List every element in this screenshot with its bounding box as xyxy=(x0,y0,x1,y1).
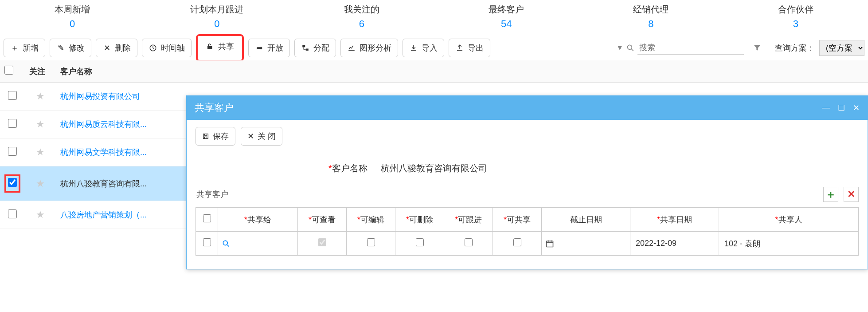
share-table: *共享给 *可查看 *可编辑 *可删除 *可跟进 *可共享 截止日期 *共享日期… xyxy=(195,207,859,229)
plus-icon: ＋ xyxy=(10,43,19,52)
col-follow: 可跟进 xyxy=(458,215,482,224)
stats-row: 本周新增 0 计划本月跟进 0 我关注的 6 最终客户 54 经销代理 8 合作… xyxy=(0,0,868,36)
field-value: 杭州八骏教育咨询有限公司 xyxy=(381,162,487,174)
close-icon[interactable]: ✕ xyxy=(853,103,860,113)
col-view: 可查看 xyxy=(312,215,336,224)
unlock-icon xyxy=(206,42,215,51)
filter-area: 查询方案： (空方案 xyxy=(753,40,864,56)
x-icon: ✕ xyxy=(102,43,111,52)
star-icon[interactable]: ★ xyxy=(36,146,45,158)
col-attention: 关注 xyxy=(25,60,56,83)
import-button[interactable]: 导入 xyxy=(403,39,444,57)
save-icon xyxy=(202,133,209,140)
btn-label: 修改 xyxy=(69,43,85,53)
col-share-date: 共享日期 xyxy=(660,215,692,224)
share-section-header: 共享客户 ＋ ✕ xyxy=(196,187,859,202)
timeline-button[interactable]: 时间轴 xyxy=(142,39,192,57)
stat-value: 54 xyxy=(438,18,575,30)
col-delete: 可删除 xyxy=(409,215,433,224)
col-name: 客户名称 xyxy=(56,60,868,83)
filter-label: 查询方案： xyxy=(775,43,815,53)
modal-titlebar: 共享客户 — ☐ ✕ xyxy=(187,96,868,120)
btn-label: 新增 xyxy=(23,43,39,53)
stat-label: 计划本月跟进 xyxy=(148,4,285,16)
stat-value: 0 xyxy=(148,18,285,30)
maximize-icon[interactable]: ☐ xyxy=(838,103,845,113)
share-select-all[interactable] xyxy=(203,214,211,222)
col-share-to: 共享给 xyxy=(247,215,271,224)
required-mark: * xyxy=(328,163,332,174)
export-button[interactable]: 导出 xyxy=(449,39,490,57)
x-icon: ✕ xyxy=(247,131,254,141)
minimize-icon[interactable]: — xyxy=(822,103,830,113)
search-input[interactable] xyxy=(637,41,744,55)
row-checkbox[interactable] xyxy=(8,91,17,100)
svg-rect-2 xyxy=(306,49,309,51)
open-button[interactable]: ➦ 开放 xyxy=(248,39,290,57)
btn-label: 开放 xyxy=(267,43,283,53)
btn-label: 导入 xyxy=(422,43,438,53)
search-area: ▼ xyxy=(616,41,744,55)
svg-point-3 xyxy=(627,45,632,49)
section-title: 共享客户 xyxy=(196,189,228,200)
chart-button[interactable]: 图形分析 xyxy=(340,39,398,57)
svg-rect-4 xyxy=(203,134,208,139)
col-edit: 可编辑 xyxy=(360,215,384,224)
chart-icon xyxy=(347,43,356,52)
stat-value: 3 xyxy=(727,18,864,30)
btn-label: 分配 xyxy=(313,43,329,53)
col-sharer: 共享人 xyxy=(778,215,802,224)
star-icon[interactable]: ★ xyxy=(36,118,45,130)
stat-partner[interactable]: 合作伙伴 3 xyxy=(723,0,868,36)
btn-label: 保存 xyxy=(213,131,229,142)
stat-dealer[interactable]: 经销代理 8 xyxy=(579,0,723,36)
star-icon[interactable]: ★ xyxy=(36,209,45,220)
save-button[interactable]: 保存 xyxy=(195,127,235,146)
row-checkbox[interactable] xyxy=(8,209,17,218)
svg-rect-1 xyxy=(302,45,305,47)
modal-title-text: 共享客户 xyxy=(195,101,234,115)
stat-label: 我关注的 xyxy=(293,4,430,16)
stat-new-week[interactable]: 本周新增 0 xyxy=(0,0,145,36)
funnel-icon[interactable] xyxy=(753,43,762,52)
star-icon[interactable]: ★ xyxy=(36,91,45,102)
col-reshare: 可共享 xyxy=(507,215,531,224)
dropdown-caret-icon[interactable]: ▼ xyxy=(616,44,623,52)
share-customer-modal: 共享客户 — ☐ ✕ 保存 ✕ 关 闭 * 客户名称 杭州八骏教育咨询有限公司 xyxy=(186,95,868,229)
assign-icon xyxy=(301,43,310,52)
add-row-button[interactable]: ＋ xyxy=(823,187,838,202)
stat-label: 本周新增 xyxy=(4,4,141,16)
delete-row-button[interactable]: ✕ xyxy=(844,187,859,202)
btn-label: 导出 xyxy=(468,43,484,53)
close-button[interactable]: ✕ 关 闭 xyxy=(241,127,282,146)
select-all-checkbox[interactable] xyxy=(4,66,13,75)
stat-label: 经销代理 xyxy=(582,4,719,16)
stat-value: 6 xyxy=(293,18,430,30)
toolbar: ＋ 新增 ✎ 修改 ✕ 删除 时间轴 共享 ➦ 开放 分配 图形分析 xyxy=(0,36,868,60)
stat-my-attention[interactable]: 我关注的 6 xyxy=(289,0,434,36)
row-checkbox[interactable] xyxy=(8,119,17,128)
assign-button[interactable]: 分配 xyxy=(294,39,336,57)
add-button[interactable]: ＋ 新增 xyxy=(4,39,45,57)
col-due-date: 截止日期 xyxy=(570,215,602,224)
filter-select[interactable]: (空方案 xyxy=(819,40,864,56)
row-checkbox[interactable] xyxy=(8,178,17,187)
delete-button[interactable]: ✕ 删除 xyxy=(96,39,137,57)
search-icon[interactable] xyxy=(626,43,635,52)
star-icon[interactable]: ★ xyxy=(36,178,45,189)
clock-icon xyxy=(149,43,157,52)
pencil-icon: ✎ xyxy=(56,43,65,52)
customer-name-row: * 客户名称 杭州八骏教育咨询有限公司 xyxy=(195,154,859,182)
stat-value: 8 xyxy=(582,18,719,30)
arrow-icon: ➦ xyxy=(255,43,264,52)
share-button[interactable]: 共享 xyxy=(196,34,244,62)
edit-button[interactable]: ✎ 修改 xyxy=(50,39,91,57)
row-checkbox[interactable] xyxy=(8,147,17,156)
btn-label: 图形分析 xyxy=(360,43,391,53)
stat-final-customer[interactable]: 最终客户 54 xyxy=(434,0,579,36)
field-label: 客户名称 xyxy=(332,162,368,174)
stat-month-followup[interactable]: 计划本月跟进 0 xyxy=(145,0,289,36)
stat-label: 合作伙伴 xyxy=(727,4,864,16)
btn-label: 时间轴 xyxy=(161,43,185,53)
stat-label: 最终客户 xyxy=(438,4,575,16)
